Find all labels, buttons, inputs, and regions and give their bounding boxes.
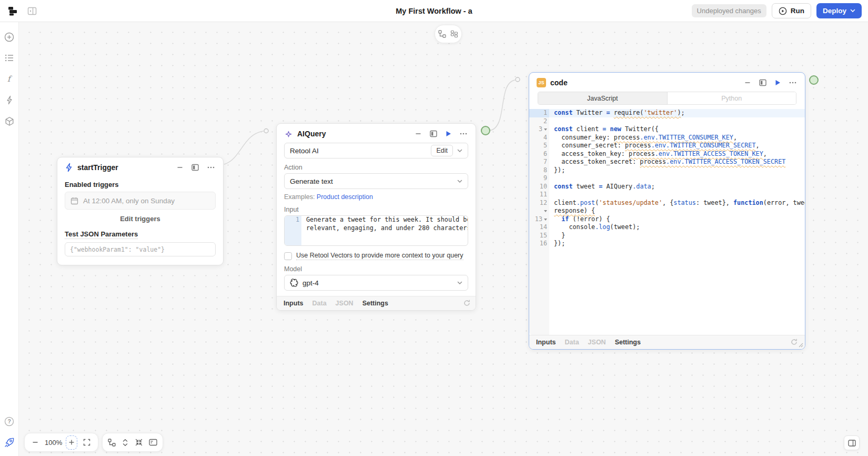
zoom-toolbar: 100% (24, 433, 98, 452)
play-icon (446, 131, 451, 137)
node-title: startTrigger (77, 163, 170, 172)
tab-python[interactable]: Python (667, 92, 796, 104)
panel-toggle-icon (27, 6, 37, 16)
retool-workflows-logo[interactable] (5, 4, 19, 18)
retool-workflow-editor: My First Workflow - a Undeployed changes… (0, 0, 868, 456)
product-description-link[interactable]: Product description (317, 193, 373, 201)
help-button[interactable]: ? (0, 411, 19, 432)
help-icon: ? (4, 417, 14, 427)
onboarding-button[interactable] (0, 432, 19, 453)
node-menu-button[interactable] (458, 132, 469, 136)
node-aiquery[interactable]: AIQuery Retool AI Edit (276, 123, 476, 311)
toggle-left-panel-button[interactable] (26, 5, 38, 17)
node-header: AIQuery (277, 124, 476, 142)
play-icon (775, 80, 781, 86)
test-json-parameters-label: Test JSON Parameters (65, 230, 138, 239)
triggers-button[interactable] (0, 90, 19, 111)
toggle-right-panel-button[interactable] (844, 435, 860, 450)
plus-icon (68, 439, 75, 445)
action-value: Generate text (290, 177, 453, 185)
footer-tab-inputs[interactable]: Inputs (536, 339, 556, 346)
minus-icon (415, 131, 421, 137)
collapse-node-button[interactable] (175, 163, 185, 172)
edit-resource-button[interactable]: Edit (431, 145, 453, 156)
zoom-in-button[interactable] (66, 435, 77, 450)
fullscreen-icon (83, 439, 90, 446)
deploy-button[interactable]: Deploy (816, 3, 862, 18)
openai-icon (290, 279, 298, 287)
panel-lines-icon (149, 439, 157, 446)
language-tabs: JavaScriptPython (538, 92, 796, 105)
use-vectors-checkbox[interactable] (284, 252, 292, 260)
blocks-grid-icon (450, 30, 458, 38)
panel-icon (759, 79, 766, 86)
minus-icon (744, 80, 751, 86)
footer-tab-settings[interactable]: Settings (362, 300, 388, 307)
resource-value: Retool AI (290, 147, 427, 155)
model-label: Model (284, 265, 468, 273)
collapse-icon (135, 439, 143, 446)
open-panel-button[interactable] (189, 163, 201, 172)
canvas-tools-toolbar (102, 433, 163, 452)
footer-tab-data: Data (565, 339, 579, 346)
action-label: Action (284, 164, 468, 171)
layout-tree-icon (438, 30, 446, 38)
resources-button[interactable] (0, 111, 19, 132)
footer-tab-settings[interactable]: Settings (615, 339, 641, 346)
open-panel-button[interactable] (757, 78, 769, 87)
resource-select[interactable]: Retool AI Edit (284, 143, 468, 158)
footer-tab-json: JSON (336, 300, 354, 307)
panel-icon (430, 130, 437, 137)
collapse-node-button[interactable] (413, 130, 423, 138)
run-label: Run (791, 7, 804, 15)
node-menu-button[interactable] (787, 81, 799, 85)
resize-handle[interactable] (798, 342, 803, 348)
left-rail: f ? (0, 22, 19, 456)
grid-view-button[interactable] (449, 25, 460, 43)
node-header: startTrigger (57, 157, 223, 175)
refresh-icon[interactable] (791, 339, 798, 345)
zoom-level: 100% (43, 439, 64, 447)
node-header: JS code (529, 73, 805, 91)
collapse-all-button[interactable] (133, 433, 145, 451)
run-block-button[interactable] (443, 130, 453, 138)
footer-tab-inputs[interactable]: Inputs (284, 300, 304, 307)
auto-layout-button[interactable] (106, 433, 118, 451)
footer-tab-json: JSON (588, 339, 606, 346)
top-bar: My First Workflow - a Undeployed changes… (0, 0, 868, 22)
edit-triggers-button[interactable]: Edit triggers (65, 215, 216, 223)
refresh-icon[interactable] (463, 300, 470, 306)
blocks-list-button[interactable] (0, 47, 19, 68)
schedule-trigger-field[interactable]: At 12:00 AM, only on Sunday (65, 192, 216, 210)
open-panel-button[interactable] (428, 129, 439, 138)
prompt-editor[interactable]: 1Generate a tweet for this week. It shou… (284, 215, 468, 246)
node-code[interactable]: JS code JavaScriptPython 1const (529, 72, 805, 350)
test-json-input[interactable]: {"webhookParam1": "value"} (65, 242, 216, 256)
model-select[interactable]: gpt-4 (284, 275, 468, 291)
node-menu-button[interactable] (205, 165, 217, 170)
calendar-icon (70, 197, 78, 205)
tab-javascript[interactable]: JavaScript (538, 92, 667, 104)
fit-view-button[interactable] (79, 433, 95, 451)
console-panel-button[interactable] (147, 433, 159, 451)
examples-label: Examples: (284, 193, 315, 201)
zoom-out-button[interactable] (28, 433, 43, 451)
function-icon: f (5, 74, 14, 84)
expand-all-button[interactable] (120, 433, 130, 451)
run-block-button[interactable] (773, 78, 783, 87)
lightning-icon (5, 95, 14, 105)
sidebar-right-icon (848, 440, 856, 447)
run-button[interactable]: Run (772, 3, 811, 18)
footer-tab-data: Data (312, 300, 327, 307)
minus-icon (32, 439, 38, 445)
node-footer-tabs: InputsDataJSONSettings (277, 296, 476, 310)
code-editor[interactable]: 1const Twitter = require('twitter');2 3c… (529, 109, 805, 335)
node-starttrigger[interactable]: startTrigger Enabled triggers (57, 157, 224, 265)
action-select[interactable]: Generate text (284, 173, 468, 189)
functions-button[interactable]: f (0, 68, 19, 90)
cube-icon (5, 116, 14, 126)
auto-layout-button[interactable] (437, 25, 448, 43)
ellipsis-icon (460, 133, 467, 135)
collapse-node-button[interactable] (742, 78, 753, 87)
add-block-button[interactable] (0, 26, 19, 47)
